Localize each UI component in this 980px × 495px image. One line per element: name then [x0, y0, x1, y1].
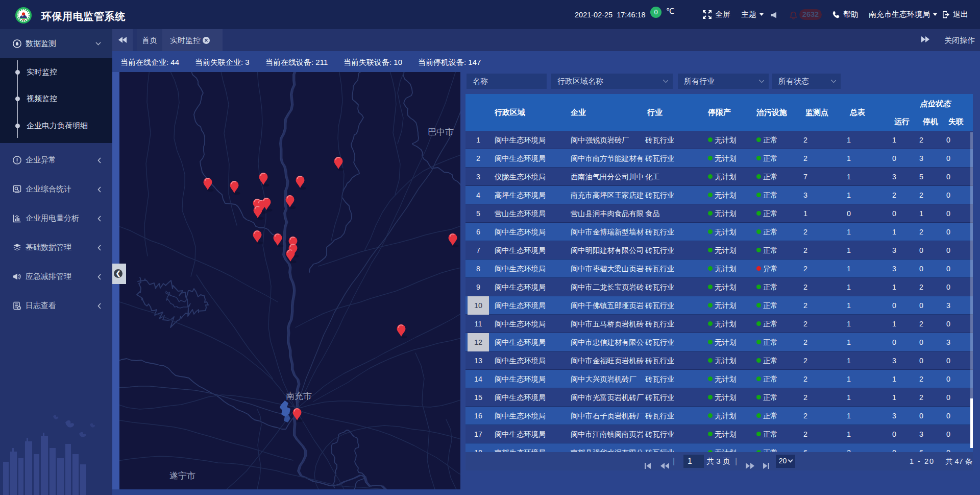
svg-text:南充市: 南充市 [286, 391, 312, 401]
svg-text:巴中市: 巴中市 [428, 127, 454, 137]
svg-text:遂宁市: 遂宁市 [169, 471, 195, 481]
